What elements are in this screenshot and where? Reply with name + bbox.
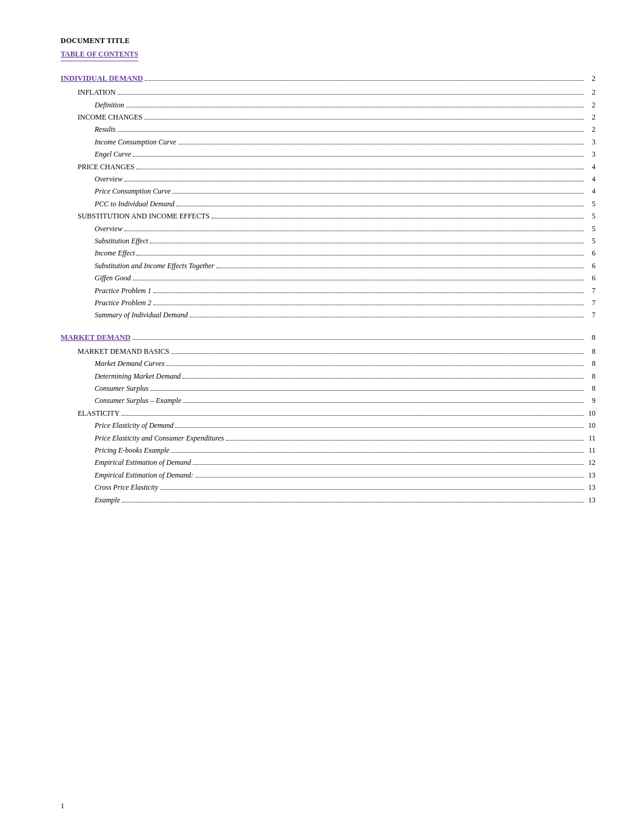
toc-entry: Overview4 bbox=[61, 173, 595, 185]
toc-page: 5 bbox=[586, 235, 595, 247]
toc-label: Engel Curve bbox=[61, 148, 131, 160]
toc-dots bbox=[121, 408, 584, 416]
toc-dots bbox=[133, 272, 584, 280]
toc-label: Giffen Good bbox=[61, 272, 131, 284]
toc-dots bbox=[122, 495, 584, 502]
toc-label: Consumer Surplus bbox=[61, 382, 149, 394]
toc-dots bbox=[193, 457, 584, 465]
toc-page: 8 bbox=[586, 331, 595, 344]
toc-dots bbox=[172, 186, 584, 194]
toc-entry: MARKET DEMAND BASICS8 bbox=[61, 345, 595, 357]
toc-page: 2 bbox=[586, 111, 595, 123]
toc-page: 3 bbox=[586, 148, 595, 160]
toc-entry: Consumer Surplus – Example9 bbox=[61, 394, 595, 407]
toc-heading: TABLE OF CONTENTS bbox=[61, 50, 138, 61]
toc-page: 7 bbox=[586, 297, 595, 309]
toc-entry: Practice Problem 27 bbox=[61, 297, 595, 309]
toc-page: 2 bbox=[586, 123, 595, 135]
toc-dots bbox=[171, 346, 584, 354]
toc-dots bbox=[160, 482, 584, 490]
toc-dots bbox=[118, 87, 584, 95]
toc-label: Income Consumption Curve bbox=[61, 136, 176, 148]
toc-entry: Empirical Estimation of Demand:13 bbox=[61, 469, 595, 481]
toc-label: Practice Problem 1 bbox=[61, 285, 152, 297]
toc-label: MARKET DEMAND bbox=[61, 331, 130, 344]
toc-entry: Income Consumption Curve3 bbox=[61, 136, 595, 148]
toc-dots bbox=[126, 100, 584, 107]
toc-dots bbox=[118, 124, 584, 132]
toc-entry: MARKET DEMAND8 bbox=[61, 331, 595, 344]
toc-page: 10 bbox=[586, 407, 595, 419]
toc-entry: Results2 bbox=[61, 123, 595, 135]
toc-page: 7 bbox=[586, 309, 595, 321]
toc-entry: PCC to Individual Demand5 bbox=[61, 198, 595, 210]
toc-dots bbox=[124, 174, 584, 181]
toc-page: 2 bbox=[586, 99, 595, 111]
toc-entry: Example13 bbox=[61, 494, 595, 506]
toc-entry: Substitution and Income Effects Together… bbox=[61, 260, 595, 272]
toc-entry: Practice Problem 17 bbox=[61, 285, 595, 297]
toc-container: INDIVIDUAL DEMAND2INFLATION2Definition2I… bbox=[61, 72, 595, 506]
toc-dots bbox=[178, 137, 584, 144]
toc-entry: Giffen Good6 bbox=[61, 272, 595, 284]
toc-label: INCOME CHANGES bbox=[61, 111, 143, 123]
toc-dots bbox=[183, 371, 584, 379]
toc-page: 2 bbox=[586, 86, 595, 98]
toc-label: Substitution Effect bbox=[61, 235, 148, 247]
toc-dots bbox=[195, 470, 584, 478]
toc-dots bbox=[183, 395, 584, 403]
toc-page: 3 bbox=[586, 136, 595, 148]
toc-page: 6 bbox=[586, 272, 595, 284]
toc-dots bbox=[216, 260, 584, 268]
toc-dots bbox=[150, 383, 584, 391]
toc-page: 13 bbox=[586, 481, 595, 493]
toc-label: Price Elasticity of Demand bbox=[61, 419, 173, 431]
toc-page: 4 bbox=[586, 161, 595, 173]
toc-label: Empirical Estimation of Demand: bbox=[61, 469, 193, 481]
toc-label: INFLATION bbox=[61, 86, 116, 98]
toc-page: 5 bbox=[586, 210, 595, 222]
toc-page: 8 bbox=[586, 345, 595, 357]
toc-label: Pricing E-books Example bbox=[61, 444, 169, 456]
toc-entry: Cross Price Elasticity13 bbox=[61, 481, 595, 493]
toc-entry: Price Elasticity of Demand10 bbox=[61, 419, 595, 431]
toc-entry: Income Effect6 bbox=[61, 247, 595, 259]
toc-page: 6 bbox=[586, 247, 595, 259]
toc-label: Income Effect bbox=[61, 247, 135, 259]
toc-entry: Overview5 bbox=[61, 223, 595, 235]
toc-dots bbox=[144, 112, 584, 120]
toc-dots bbox=[153, 285, 584, 293]
toc-dots bbox=[153, 297, 584, 305]
toc-dots bbox=[171, 445, 584, 453]
toc-entry: Price Consumption Curve4 bbox=[61, 185, 595, 197]
toc-page: 5 bbox=[586, 223, 595, 235]
toc-entry: Substitution Effect5 bbox=[61, 235, 595, 247]
toc-dots bbox=[136, 161, 584, 169]
toc-dots bbox=[190, 309, 584, 317]
toc-dots bbox=[136, 248, 584, 255]
toc-label: Determining Market Demand bbox=[61, 370, 181, 382]
toc-label: Cross Price Elasticity bbox=[61, 481, 158, 493]
toc-dots bbox=[132, 332, 584, 340]
toc-dots bbox=[150, 235, 584, 243]
toc-entry: INFLATION2 bbox=[61, 86, 595, 98]
toc-page: 11 bbox=[586, 432, 595, 444]
toc-entry: ELASTICITY10 bbox=[61, 407, 595, 419]
toc-entry: Determining Market Demand8 bbox=[61, 370, 595, 382]
toc-page: 8 bbox=[586, 357, 595, 370]
toc-entry: SUBSTITUTION AND INCOME EFFECTS5 bbox=[61, 210, 595, 222]
toc-label: Summary of Individual Demand bbox=[61, 309, 188, 321]
toc-label: Example bbox=[61, 494, 120, 506]
toc-label: Practice Problem 2 bbox=[61, 297, 152, 309]
toc-entry: Price Elasticity and Consumer Expenditur… bbox=[61, 432, 595, 444]
toc-entry: INCOME CHANGES2 bbox=[61, 111, 595, 123]
toc-label: SUBSTITUTION AND INCOME EFFECTS bbox=[61, 210, 210, 222]
toc-dots bbox=[212, 211, 584, 218]
toc-entry: Consumer Surplus8 bbox=[61, 382, 595, 394]
toc-label: Empirical Estimation of Demand bbox=[61, 456, 191, 468]
toc-page: 7 bbox=[586, 285, 595, 297]
toc-label: INDIVIDUAL DEMAND bbox=[61, 72, 143, 85]
toc-page: 11 bbox=[586, 444, 595, 456]
toc-page: 4 bbox=[586, 173, 595, 185]
toc-label: PCC to Individual Demand bbox=[61, 198, 175, 210]
